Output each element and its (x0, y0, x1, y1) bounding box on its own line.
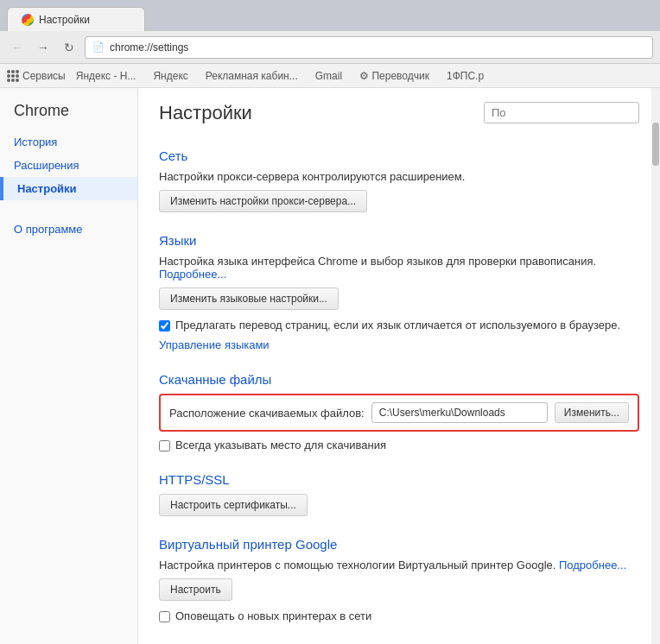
downloads-path-row: Расположение скачиваемых файлов: C:\User… (169, 402, 629, 423)
active-tab[interactable]: Настройки (7, 7, 145, 31)
apps-icon (7, 70, 19, 82)
section-network: Сеть Настройки прокси-сервера контролиру… (159, 148, 639, 212)
apps-button[interactable]: Сервисы (7, 70, 66, 82)
languages-title: Языки (159, 233, 639, 248)
network-desc: Настройки прокси-сервера контролируются … (159, 170, 639, 183)
downloads-change-button[interactable]: Изменить... (555, 402, 629, 423)
back-button[interactable]: ← (7, 37, 28, 58)
downloads-always-ask-row: Всегда указывать место для скачивания (159, 439, 639, 451)
bookmark-item-2[interactable]: Рекламная кабин... (199, 68, 305, 84)
translate-label: Предлагать перевод страниц, если их язык… (175, 319, 620, 331)
bookmark-item-3[interactable]: Gmail (308, 68, 349, 84)
always-ask-label: Всегда указывать место для скачивания (175, 439, 386, 451)
tab-title: Настройки (39, 14, 90, 26)
notify-printers-row: Оповещать о новых принтерах в сети (159, 609, 639, 622)
sidebar-item-settings[interactable]: Настройки (0, 177, 137, 200)
sidebar-active-wrapper: Настройки (0, 177, 137, 200)
bookmark-item-5[interactable]: 1ФПС.р (440, 68, 491, 84)
notify-printers-checkbox[interactable] (159, 611, 170, 622)
https-certs-button[interactable]: Настроить сертификаты... (159, 494, 308, 516)
section-https: HTTPS/SSL Настроить сертификаты... (159, 472, 639, 516)
address-text: chrome://settings (110, 41, 188, 54)
apps-label: Сервисы (22, 70, 66, 82)
forward-button[interactable]: → (33, 37, 54, 58)
translate-checkbox[interactable] (159, 320, 170, 331)
bookmarks-bar: Сервисы Яндекс - Н... Яндекс Рекламная к… (0, 64, 660, 88)
google-print-desc: Настройка принтеров с помощью технологии… (159, 559, 639, 571)
refresh-button[interactable]: ↻ (59, 37, 79, 58)
scroll-spacer (159, 142, 639, 148)
bookmark-item-1[interactable]: Яндекс (146, 68, 194, 84)
google-print-more-link[interactable]: Подробнее... (559, 559, 626, 571)
address-bar[interactable]: 📄 chrome://settings (85, 36, 653, 59)
bookmark-item-4[interactable]: ⚙ Переводчик (352, 68, 436, 84)
network-title: Сеть (159, 148, 639, 163)
scrollbar-track[interactable] (651, 88, 660, 644)
downloads-highlighted: Расположение скачиваемых файлов: C:\User… (159, 394, 639, 432)
browser-content: Chrome История Расширения Настройки О пр… (0, 88, 660, 644)
settings-search[interactable] (484, 102, 639, 123)
active-indicator (0, 177, 3, 200)
scrollbar-thumb[interactable] (652, 123, 659, 166)
tab-favicon (22, 14, 34, 26)
section-downloads: Скачанные файлы Расположение скачиваемых… (159, 372, 639, 451)
sidebar-brand: Chrome (0, 102, 137, 130)
browser-frame: Настройки ← → ↻ 📄 chrome://settings Серв… (0, 0, 660, 644)
section-languages: Языки Настройка языка интерфейса Chrome … (159, 233, 639, 351)
sidebar: Chrome История Расширения Настройки О пр… (0, 88, 138, 644)
sidebar-item-history[interactable]: История (0, 130, 137, 154)
settings-title: Настройки (159, 102, 252, 124)
downloads-title: Скачанные файлы (159, 372, 639, 387)
always-ask-checkbox[interactable] (159, 440, 170, 451)
downloads-path-label: Расположение скачиваемых файлов: (169, 407, 365, 420)
section-google-print: Виртуальный принтер Google Настройка при… (159, 537, 639, 622)
settings-inner: Настройки Сеть Настройки прокси-сервера … (138, 88, 660, 644)
tab-bar: Настройки (0, 0, 660, 31)
languages-desc: Настройка языка интерфейса Chrome и выбо… (159, 255, 639, 281)
bookmark-item-0[interactable]: Яндекс - Н... (69, 68, 143, 84)
downloads-path-value: C:\Users\merku\Downloads (371, 402, 548, 423)
google-print-title: Виртуальный принтер Google (159, 537, 639, 552)
google-print-button[interactable]: Настроить (159, 578, 232, 601)
sidebar-item-about[interactable]: О программе (0, 218, 137, 241)
sidebar-item-extensions[interactable]: Расширения (0, 154, 137, 177)
page-icon: 📄 (92, 41, 105, 53)
languages-translate-row: Предлагать перевод страниц, если их язык… (159, 319, 639, 331)
nav-bar: ← → ↻ 📄 chrome://settings (0, 31, 660, 64)
languages-more-link[interactable]: Подробнее... (159, 268, 226, 281)
settings-content: Настройки Сеть Настройки прокси-сервера … (138, 88, 660, 644)
https-title: HTTPS/SSL (159, 472, 639, 487)
languages-change-button[interactable]: Изменить языковые настройки... (159, 287, 339, 310)
network-proxy-button[interactable]: Изменить настройки прокси-сервера... (159, 190, 367, 212)
manage-languages-link[interactable]: Управление языками (159, 338, 270, 351)
notify-printers-label: Оповещать о новых принтерах в сети (175, 609, 371, 622)
